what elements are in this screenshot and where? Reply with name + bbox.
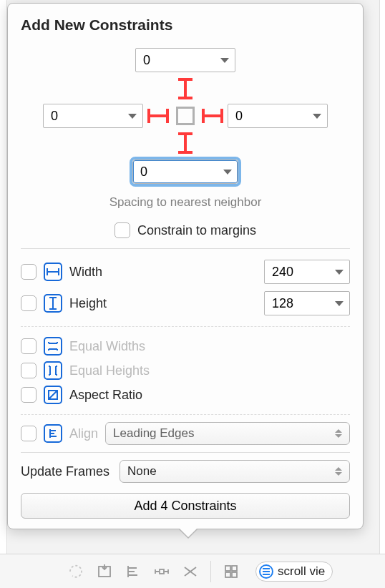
popover-arrow-icon (178, 529, 198, 539)
svg-rect-4 (232, 566, 237, 571)
align-select[interactable]: Leading Edges (105, 422, 350, 445)
align-value: Leading Edges (113, 426, 194, 441)
scroll-view-pill[interactable]: scroll vie (255, 562, 333, 582)
height-checkbox[interactable] (21, 295, 36, 311)
align-tool-icon[interactable] (125, 563, 142, 580)
height-label: Height (69, 296, 107, 311)
svg-rect-6 (232, 572, 237, 577)
update-frames-value: None (127, 464, 157, 479)
svg-rect-5 (225, 572, 230, 577)
align-checkbox[interactable] (21, 426, 36, 441)
chevron-down-icon[interactable] (313, 114, 321, 119)
width-field[interactable] (264, 260, 350, 284)
equal-widths-label: Equal Widths (69, 339, 145, 354)
spacing-bottom-field[interactable] (132, 160, 238, 184)
spacing-left-field[interactable] (43, 104, 143, 128)
spacing-controls: Spacing to nearest neighbor Constrain to… (21, 46, 350, 241)
chevron-down-icon[interactable] (128, 114, 137, 119)
strut-left-icon[interactable] (147, 114, 169, 117)
constrain-margins-checkbox[interactable] (114, 222, 130, 238)
chevron-down-icon[interactable] (220, 58, 229, 63)
svg-rect-3 (225, 566, 230, 571)
spacing-left-input[interactable] (49, 108, 124, 124)
pin-tool-icon[interactable] (153, 563, 170, 580)
height-field[interactable] (264, 291, 350, 315)
add-constraints-popover: Add New Constraints (7, 3, 364, 529)
align-label: Align (69, 426, 98, 441)
strut-right-icon[interactable] (202, 114, 223, 117)
strut-top-icon[interactable] (184, 78, 187, 99)
equal-heights-icon (44, 361, 62, 380)
bottom-toolbar: scroll vie (0, 554, 385, 588)
spacing-top-input[interactable] (142, 52, 216, 69)
scroll-view-icon (259, 564, 273, 579)
updown-icon (335, 467, 342, 476)
width-label: Width (69, 265, 102, 280)
equal-widths-checkbox[interactable] (21, 338, 36, 354)
aspect-ratio-checkbox[interactable] (21, 387, 36, 403)
center-box-icon (176, 107, 195, 125)
grid-icon[interactable] (223, 563, 240, 580)
update-frames-label: Update Frames (21, 464, 109, 479)
spacing-bottom-input[interactable] (139, 164, 219, 180)
chevron-down-icon[interactable] (335, 270, 343, 275)
width-checkbox[interactable] (21, 264, 36, 280)
spacing-right-input[interactable] (234, 108, 308, 124)
embed-icon[interactable] (96, 563, 113, 580)
spacing-right-field[interactable] (228, 104, 328, 128)
spacing-top-field[interactable] (135, 48, 235, 72)
svg-rect-2 (160, 569, 164, 574)
updown-icon (335, 429, 342, 438)
align-icon (44, 424, 62, 443)
height-input[interactable] (271, 295, 331, 312)
constrain-margins-label: Constrain to margins (137, 223, 256, 238)
resolve-tool-icon[interactable] (182, 563, 199, 580)
equal-widths-icon (44, 337, 62, 356)
chevron-down-icon[interactable] (335, 301, 343, 306)
strut-bottom-icon[interactable] (184, 132, 187, 154)
height-icon (44, 294, 62, 313)
update-frames-select[interactable]: None (120, 460, 350, 483)
scroll-view-label: scroll vie (278, 564, 325, 579)
width-icon (44, 263, 62, 281)
add-constraints-button[interactable]: Add 4 Constraints (21, 493, 350, 519)
equal-heights-label: Equal Heights (69, 363, 150, 378)
width-input[interactable] (271, 264, 331, 280)
popover-title: Add New Constraints (21, 16, 350, 34)
spacing-caption: Spacing to nearest neighbor (109, 195, 262, 210)
chevron-down-icon[interactable] (223, 170, 232, 175)
refresh-icon[interactable] (67, 563, 84, 580)
add-constraints-label: Add 4 Constraints (134, 499, 236, 513)
equal-heights-checkbox[interactable] (21, 363, 36, 378)
aspect-ratio-label: Aspect Ratio (69, 388, 142, 403)
aspect-ratio-icon (44, 386, 62, 404)
